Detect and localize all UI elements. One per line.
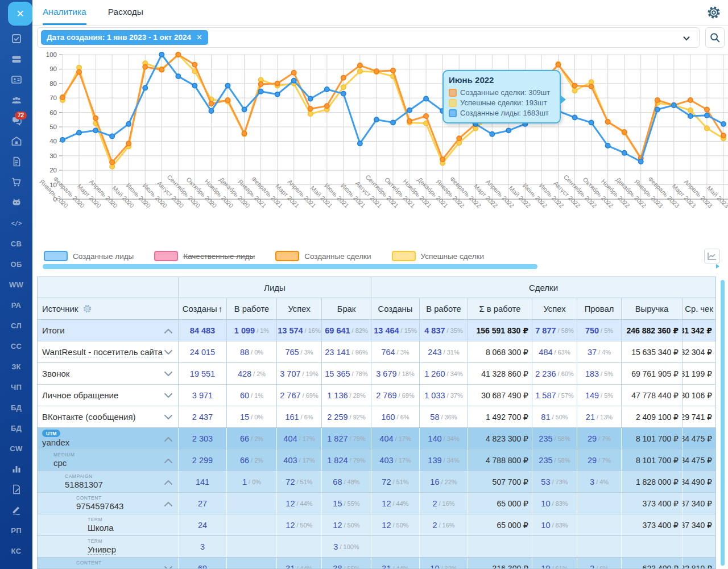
count-percent-cell[interactable]: 81/ 50% [532,406,577,427]
column-header[interactable]: Провал [577,298,622,319]
count-percent-cell[interactable]: 764/ 3% [371,341,420,362]
sidebar-item-ob[interactable]: ОБ [0,254,32,274]
count-percent-cell[interactable]: 139/ 34% [420,450,468,471]
count-percent-cell[interactable]: 15/ 0% [227,406,277,427]
count-percent-cell[interactable]: 140/ 34% [420,428,468,449]
chevron-up-icon[interactable] [164,456,172,465]
chevron-down-icon[interactable] [164,348,172,357]
count-percent-cell[interactable]: 66/ 2% [227,450,277,471]
count-percent-cell[interactable]: 16/ 22% [420,471,468,492]
company-icon[interactable] [0,131,32,151]
count-percent-cell[interactable]: 2 767/ 69% [277,385,322,406]
count-percent-cell[interactable]: 68/ 48% [322,471,371,492]
chevron-up-icon[interactable] [164,477,172,486]
column-header[interactable]: Σ в работе [468,298,532,319]
source-cell[interactable]: CAMPAIGN51881307 [38,471,179,492]
source-cell[interactable]: ВКонтакте (сообщения) [38,406,179,427]
count-cell[interactable]: 69 [179,558,227,569]
sidebar-item-ra[interactable]: РА [0,295,32,315]
count-percent-cell[interactable]: 750/ 5% [577,320,622,341]
count-percent-cell[interactable]: 1 824/ 79% [322,450,371,471]
count-percent-cell[interactable]: 1 033/ 37% [420,385,468,406]
analytics-chart[interactable]: 0102030405060708090100Январь 2020Февраль… [32,50,728,249]
count-cell[interactable]: 24 [179,514,227,535]
chat-icon[interactable]: 72 [0,110,32,131]
count-percent-cell[interactable]: 15 365/ 78% [322,363,371,384]
count-cell[interactable]: 2 299 [179,450,227,471]
count-percent-cell[interactable]: 13 464/ 15% [371,320,420,341]
signature-icon[interactable] [0,500,32,520]
count-percent-cell[interactable]: 29/ 7% [577,428,622,449]
table-row[interactable]: UTMyandex2 30366/ 2%404/ 17%1 827/ 79%40… [38,428,715,450]
source-cell[interactable]: CONTENT9754597643 [38,493,179,514]
chevron-up-icon[interactable] [164,499,172,508]
count-percent-cell[interactable]: 10/ 83% [532,493,577,514]
sidebar-item-bd1[interactable]: БД [0,397,32,418]
column-header[interactable]: Выручка [622,298,682,319]
count-percent-cell[interactable]: 3/ 4% [577,471,622,492]
legend-item[interactable]: Созданные лиды [44,251,134,261]
documents-icon[interactable] [0,151,32,172]
chevron-up-icon[interactable] [164,326,172,335]
sidebar-item-sv[interactable]: СВ [0,233,32,254]
count-cell[interactable]: 2 303 [179,428,227,449]
column-header[interactable]: Успех [277,298,322,319]
code-icon[interactable]: </> [0,213,32,233]
sidebar-item-bd2[interactable]: БД [0,418,32,438]
count-cell[interactable]: 141 [179,471,227,492]
column-header[interactable]: В работе [227,298,277,319]
source-cell[interactable]: TERMШкола [38,514,179,535]
count-cell[interactable]: 3 971 [179,385,227,406]
count-percent-cell[interactable]: 404/ 17% [277,428,322,449]
count-percent-cell[interactable]: 12/ 50% [371,514,420,535]
count-percent-cell[interactable]: 2/ 6% [577,558,622,569]
sidebar-item-zk[interactable]: ЗК [0,356,32,377]
count-percent-cell[interactable]: 72/ 51% [277,471,322,492]
chevron-down-icon[interactable] [682,34,691,43]
column-header[interactable]: Успех [532,298,577,319]
count-percent-cell[interactable]: 21/ 13% [577,406,622,427]
tab-analytics[interactable]: Аналитика [43,0,86,25]
count-percent-cell[interactable]: 2 236/ 60% [532,363,577,384]
stats-icon[interactable] [0,459,32,479]
count-percent-cell[interactable]: 69 641/ 82% [322,320,371,341]
count-percent-cell[interactable]: 10/ 83% [532,514,577,535]
count-percent-cell[interactable]: 37/ 4% [577,341,622,362]
contacts-icon[interactable] [0,69,32,90]
count-percent-cell[interactable]: 484/ 63% [532,341,577,362]
table-row[interactable]: Итоги84 4831 099/ 1%13 574/ 16%69 641/ 8… [38,320,715,341]
count-percent-cell[interactable]: 4 837/ 35% [420,320,468,341]
count-percent-cell[interactable]: 15/ 55% [322,493,371,514]
table-row[interactable]: TERMУнивер33/ 100% [38,536,715,558]
count-percent-cell[interactable]: 1 827/ 79% [322,428,371,449]
source-cell[interactable]: Звонок [38,363,179,384]
sidebar-item-ss[interactable]: СС [0,336,32,356]
chart-type-button[interactable] [704,249,720,263]
count-percent-cell[interactable]: 12/ 50% [277,514,322,535]
sidebar-item-ks[interactable]: КС [0,541,32,561]
table-row[interactable]: MEDIUMcpc2 29966/ 2%403/ 17%1 824/ 79%40… [38,450,715,471]
count-cell[interactable]: 2 437 [179,406,227,427]
date-filter-chip[interactable]: Дата создания: 1 янв 2023 - 1 окт 2024 ✕ [41,30,208,45]
storage-icon[interactable] [0,49,32,69]
count-percent-cell[interactable]: 12/ 50% [322,514,371,535]
sidebar-item-cw[interactable]: CW [0,438,32,459]
source-cell[interactable]: UTMyandex [38,428,179,449]
count-percent-cell[interactable]: 12/ 44% [371,493,420,514]
chart-horizontal-scrollbar[interactable] [37,264,719,269]
chip-close-icon[interactable]: ✕ [196,30,202,45]
count-percent-cell[interactable]: 53/ 73% [532,471,577,492]
sidebar-item-sl[interactable]: СЛ [0,315,32,336]
column-header[interactable]: Созданы [371,298,420,319]
count-percent-cell[interactable]: 1 099/ 1% [227,320,277,341]
source-cell[interactable]: Личное обращение [38,385,179,406]
count-percent-cell[interactable]: 243/ 31% [420,341,468,362]
count-percent-cell[interactable]: 765/ 3% [277,341,322,362]
table-row[interactable]: WantResult - посетитель сайта24 01588/ 0… [38,341,715,363]
count-percent-cell[interactable]: 3 679/ 18% [371,363,420,384]
count-percent-cell[interactable]: 23 141/ 96% [322,341,371,362]
chevron-down-icon[interactable] [164,391,172,400]
tasks-icon[interactable] [0,28,32,49]
count-percent-cell[interactable]: 88/ 0% [227,341,277,362]
count-percent-cell[interactable]: 403/ 17% [371,450,420,471]
